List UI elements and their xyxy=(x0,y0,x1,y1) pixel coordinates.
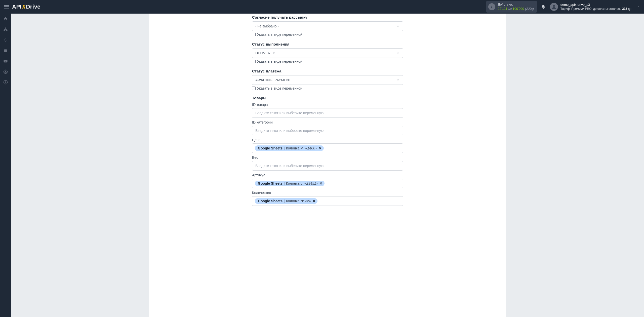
sitemap-icon xyxy=(3,27,8,32)
notifications-button[interactable] xyxy=(538,2,548,12)
briefcase-icon xyxy=(3,48,8,53)
checkbox-as-variable[interactable] xyxy=(252,87,256,90)
logo-x: X xyxy=(22,4,26,10)
checkbox-as-variable[interactable] xyxy=(252,60,256,63)
menu-button[interactable] xyxy=(2,2,11,11)
select-mailing-consent[interactable]: - не выбрано - xyxy=(252,21,403,31)
field-label: Статус платежа xyxy=(252,69,403,73)
field-execution-status: Статус выполнения DELIVERED Указать в ви… xyxy=(252,42,403,63)
input-sku[interactable]: Google Sheets | Колонка L: «23451» ✕ xyxy=(252,179,403,188)
content-area: Согласие получать рассылку - не выбрано … xyxy=(11,14,644,317)
checkbox-label[interactable]: Указать в виде переменной xyxy=(257,86,302,90)
label-category-id: ID категории xyxy=(252,120,403,124)
input-price[interactable]: Google Sheets | Колонка M: «1400» ✕ xyxy=(252,143,403,153)
user-icon xyxy=(551,4,557,10)
youtube-icon xyxy=(3,59,8,63)
variable-tag[interactable]: Google Sheets | Колонка N: «2» ✕ xyxy=(255,198,317,204)
dollar-icon xyxy=(3,38,8,42)
user-name: demo_apix-drive_s3 xyxy=(560,3,631,7)
label-quantity: Количество xyxy=(252,191,403,195)
tag-remove-button[interactable]: ✕ xyxy=(312,199,315,203)
svg-point-9 xyxy=(5,71,6,72)
sidebar-billing[interactable] xyxy=(0,35,11,45)
variable-tag[interactable]: Google Sheets | Колонка M: «1400» ✕ xyxy=(255,145,324,151)
label-price: Цена xyxy=(252,138,403,142)
avatar[interactable] xyxy=(550,3,558,11)
form-card: Согласие получать рассылку - не выбрано … xyxy=(149,14,506,317)
user-block[interactable]: demo_apix-drive_s3 Тариф |Премиум PRO| д… xyxy=(560,3,631,11)
svg-point-11 xyxy=(5,83,6,84)
svg-rect-1 xyxy=(4,7,9,7)
checkbox-row: Указать в виде переменной xyxy=(252,32,403,36)
input-product-id[interactable]: Введите текст или выберите переменную xyxy=(252,108,403,118)
select-execution-status[interactable]: DELIVERED xyxy=(252,48,403,58)
logo-api: API xyxy=(12,4,22,10)
sidebar-home[interactable] xyxy=(0,14,11,24)
field-label: Статус выполнения xyxy=(252,42,403,46)
sidebar-videos[interactable] xyxy=(0,56,11,66)
input-placeholder: Введите текст или выберите переменную xyxy=(255,110,324,116)
app-logo[interactable]: API X Drive xyxy=(12,4,41,10)
input-quantity[interactable]: Google Sheets | Колонка N: «2» ✕ xyxy=(252,196,403,206)
info-icon: i xyxy=(488,3,495,10)
actions-label: Действия: xyxy=(498,3,534,7)
svg-point-3 xyxy=(553,5,555,7)
sidebar-help[interactable] xyxy=(0,77,11,88)
user-circle-icon xyxy=(3,69,8,74)
actions-values: 22'111 из 100'000 (22%) xyxy=(498,7,534,11)
chevron-down-icon xyxy=(396,24,400,28)
field-mailing-consent: Согласие получать рассылку - не выбрано … xyxy=(252,15,403,36)
sidebar-services[interactable] xyxy=(0,45,11,56)
input-placeholder: Введите текст или выберите переменную xyxy=(255,128,324,134)
label-sku: Артикул xyxy=(252,173,403,177)
logo-drive: Drive xyxy=(26,4,41,10)
select-value: DELIVERED xyxy=(255,51,396,55)
home-icon xyxy=(3,17,8,21)
sidebar-connections[interactable] xyxy=(0,24,11,35)
svg-rect-5 xyxy=(4,30,5,31)
tag-remove-button[interactable]: ✕ xyxy=(319,181,323,185)
input-weight[interactable]: Введите текст или выберите переменную xyxy=(252,161,403,171)
field-label: Согласие получать рассылку xyxy=(252,15,403,19)
checkbox-as-variable[interactable] xyxy=(252,33,256,36)
checkbox-row: Указать в виде переменной xyxy=(252,86,403,90)
svg-rect-0 xyxy=(4,5,9,6)
variable-tag[interactable]: Google Sheets | Колонка L: «23451» ✕ xyxy=(255,181,325,186)
input-placeholder: Введите текст или выберите переменную xyxy=(255,163,324,169)
checkbox-label[interactable]: Указать в виде переменной xyxy=(257,59,302,63)
bell-icon xyxy=(541,5,546,9)
svg-rect-4 xyxy=(5,28,6,29)
chevron-down-icon xyxy=(636,5,640,8)
input-category-id[interactable]: Введите текст или выберите переменную xyxy=(252,126,403,135)
label-product-id: ID товара xyxy=(252,103,403,107)
sidebar xyxy=(0,14,11,317)
user-tariff: Тариф |Премиум PRO| до оплаты осталось 3… xyxy=(560,7,631,11)
app-header: API X Drive i Действия: 22'111 из 100'00… xyxy=(0,0,644,14)
label-weight: Вес xyxy=(252,155,403,160)
select-value: - не выбрано - xyxy=(255,24,396,28)
user-dropdown-toggle[interactable] xyxy=(636,5,640,9)
help-icon xyxy=(3,80,8,85)
select-value: AWAITING_PAYMENT xyxy=(255,78,396,82)
tag-remove-button[interactable]: ✕ xyxy=(319,146,322,150)
actions-counter[interactable]: i Действия: 22'111 из 100'000 (22%) xyxy=(486,1,537,13)
checkbox-row: Указать в виде переменной xyxy=(252,59,403,63)
chevron-down-icon xyxy=(396,51,400,55)
hamburger-icon xyxy=(4,4,9,9)
sidebar-account[interactable] xyxy=(0,66,11,77)
svg-rect-6 xyxy=(6,30,8,31)
chevron-down-icon xyxy=(396,78,400,82)
field-payment-status: Статус платежа AWAITING_PAYMENT Указать … xyxy=(252,69,403,90)
select-payment-status[interactable]: AWAITING_PAYMENT xyxy=(252,75,403,85)
section-products: Товары xyxy=(252,96,403,100)
svg-rect-2 xyxy=(4,8,9,9)
checkbox-label[interactable]: Указать в виде переменной xyxy=(257,32,302,36)
